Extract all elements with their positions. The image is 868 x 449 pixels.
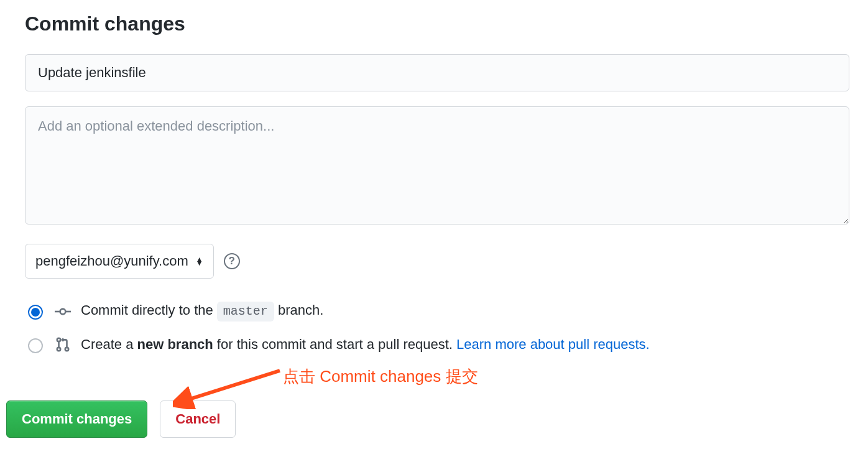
git-commit-icon — [55, 303, 71, 320]
cancel-button[interactable]: Cancel — [160, 400, 236, 438]
commit-direct-label: Commit directly to the master branch. — [81, 301, 323, 322]
learn-more-link[interactable]: Learn more about pull requests. — [456, 336, 650, 352]
page-title: Commit changes — [25, 12, 868, 35]
annotation-text: 点击 Commit changes 提交 — [283, 366, 478, 387]
commit-subject-input[interactable] — [25, 54, 849, 91]
commit-description-input[interactable] — [25, 106, 849, 224]
svg-point-5 — [65, 348, 68, 351]
commit-newbranch-radio[interactable] — [28, 338, 43, 353]
commit-email-value: pengfeizhou@yunify.com — [35, 253, 188, 269]
commit-changes-button[interactable]: Commit changes — [6, 400, 147, 438]
svg-point-0 — [60, 308, 66, 314]
branch-badge: master — [217, 302, 274, 322]
svg-point-3 — [57, 338, 60, 341]
commit-email-select[interactable]: pengfeizhou@yunify.com ▲▼ — [25, 244, 214, 279]
svg-point-4 — [57, 348, 60, 351]
commit-newbranch-label: Create a new branch for this commit and … — [81, 335, 650, 354]
svg-line-7 — [185, 371, 280, 400]
select-arrows-icon: ▲▼ — [196, 257, 203, 265]
git-pull-request-icon — [55, 336, 71, 353]
commit-direct-radio[interactable] — [28, 305, 43, 320]
help-icon[interactable]: ? — [224, 253, 240, 269]
